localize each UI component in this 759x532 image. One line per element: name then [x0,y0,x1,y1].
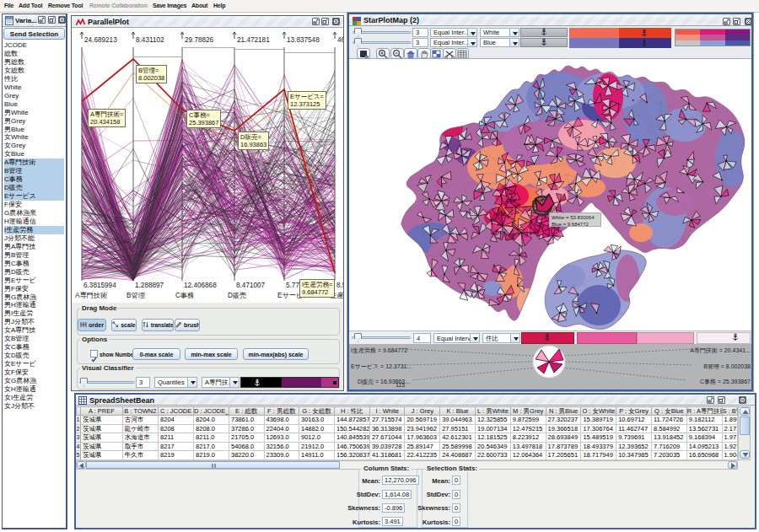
svg-text:8.56: 8.56 [336,282,343,289]
svg-text:8.431102: 8.431102 [136,36,164,44]
svg-text:D販売: D販売 [228,292,246,299]
svg-text:C事務: C事務 [175,292,194,299]
svg-text:B管理: B管理 [126,292,146,299]
svg-text:24.689213: 24.689213 [84,36,117,44]
svg-text:46.9: 46.9 [337,36,343,44]
svg-text:13.837548: 13.837548 [287,36,320,44]
svg-text:6.3815994: 6.3815994 [83,282,116,289]
svg-text:29.78826: 29.78826 [185,36,214,44]
svg-text:A専門技術: A専門技術 [75,292,107,299]
svg-text:1.288897: 1.288897 [135,282,164,289]
svg-text:21.472181: 21.472181 [237,36,270,44]
svg-text:12.406868: 12.406868 [184,282,217,289]
svg-text:8.471007: 8.471007 [236,282,266,289]
